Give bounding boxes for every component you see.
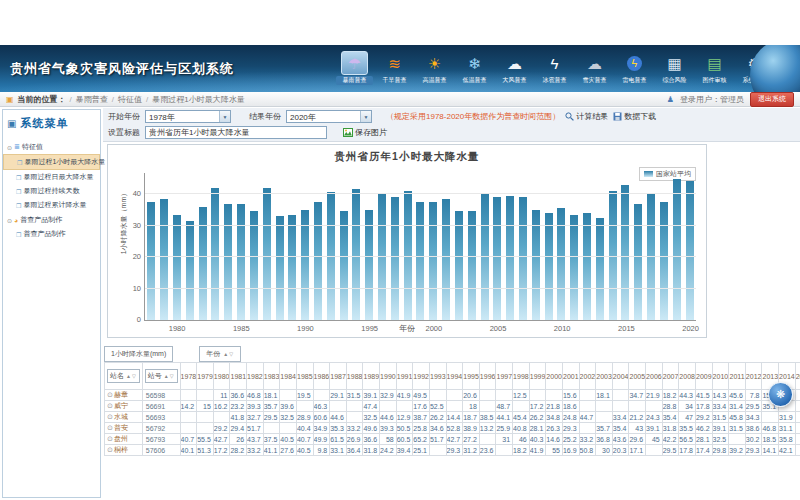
end-year-select[interactable]: 2020年 ▼ [286, 110, 372, 123]
breadcrumb-item-3[interactable]: 暴雨过程1小时最大降水量 [152, 94, 244, 105]
pie-icon: ◕ [14, 217, 18, 224]
year-column-header[interactable]: 2000 [546, 363, 563, 390]
station-radio[interactable]: ⊙ [107, 435, 113, 442]
station-radio[interactable]: ⊙ [107, 391, 113, 398]
year-column-header[interactable]: 1990 [380, 363, 397, 390]
wind-icon: ☁ [501, 51, 528, 75]
sort-arrows-icon[interactable]: ▲▽ [126, 373, 137, 379]
chevron-down-icon[interactable]: ▼ [219, 111, 230, 122]
value-cell: 40.7 [180, 434, 197, 445]
year-column-header[interactable]: 2004 [612, 363, 629, 390]
year-column-header[interactable]: 1983 [263, 363, 280, 390]
year-column-header[interactable]: 1995 [463, 363, 480, 390]
year-sort-control[interactable]: 年份 ▲▽ [199, 346, 241, 362]
year-column-header[interactable]: 2006 [646, 363, 663, 390]
file-icon: ❐ [16, 231, 21, 238]
calc-result-button[interactable]: 计算结果 [565, 111, 608, 122]
nav-composite-risk[interactable]: ▦综合风险 [656, 51, 693, 85]
year-column-header[interactable]: 1978 [180, 363, 197, 390]
value-cell: 33.2 [247, 445, 264, 456]
value-cell: 31 [496, 434, 513, 445]
logout-button[interactable]: 退出系统 [750, 92, 794, 107]
value-type-filter[interactable]: 1小时降水量(mm) [104, 346, 173, 362]
year-column-header[interactable]: 2007 [662, 363, 679, 390]
station-radio[interactable]: ⊙ [107, 402, 113, 409]
low-temp-icon: ❄ [461, 51, 488, 75]
year-column-header[interactable]: 2001 [562, 363, 579, 390]
expander-icon[interactable]: ⊙ [7, 144, 12, 151]
year-column-header[interactable]: 2012 [745, 363, 762, 390]
tree-item[interactable]: ❐暴雨过程1小时最大降水量 [3, 154, 100, 170]
year-column-header[interactable]: 1992 [413, 363, 430, 390]
sidebar-header: ▣ 系统菜单 [3, 110, 100, 139]
year-column-header[interactable]: 2010 [712, 363, 729, 390]
nav-snow-disaster-survey[interactable]: ☁雪灾普查 [576, 51, 613, 85]
bar-1978 [147, 202, 155, 320]
tree-group-2[interactable]: ⊙◕普查产品制作 [3, 212, 100, 227]
station-radio[interactable]: ⊙ [107, 424, 113, 431]
station-name-header[interactable]: 站名▲▽ [105, 363, 143, 390]
year-column-header[interactable]: 2008 [679, 363, 696, 390]
year-column-header[interactable]: 1979 [197, 363, 214, 390]
nav-map-review[interactable]: ▤图件审核 [696, 51, 733, 85]
tree-item[interactable]: ❐暴雨过程累计降水量 [3, 198, 100, 212]
value-cell: 46.3 [313, 401, 330, 412]
data-download-button[interactable]: 数据下载 [613, 111, 656, 122]
nav-rainstorm-survey[interactable]: ☂暴雨普查 [336, 51, 373, 85]
value-cell [795, 423, 800, 434]
year-column-header[interactable]: 2015 [795, 363, 800, 390]
nav-lightning-survey[interactable]: ϟ雷电普查 [616, 51, 653, 85]
bar-1987 [263, 188, 271, 320]
chevron-down-icon[interactable]: ▼ [360, 111, 371, 122]
tree-item[interactable]: ❐普查产品制作 [3, 227, 100, 241]
year-column-header[interactable]: 1980 [213, 363, 230, 390]
tree-item[interactable]: ❐暴雨过程持续天数 [3, 184, 100, 198]
tree-item[interactable]: ❐暴雨过程日最大降水量 [3, 170, 100, 184]
year-column-header[interactable]: 1987 [330, 363, 347, 390]
year-column-header[interactable]: 1981 [230, 363, 247, 390]
value-cell: 42.7 [446, 434, 463, 445]
nav-low-temp-survey[interactable]: ❄低温普查 [456, 51, 493, 85]
year-column-header[interactable]: 1993 [429, 363, 446, 390]
year-column-header[interactable]: 2005 [629, 363, 646, 390]
chart-title-input[interactable] [145, 126, 327, 139]
year-column-header[interactable]: 2009 [695, 363, 712, 390]
station-id-header[interactable]: 站号▲▽ [142, 363, 180, 390]
sort-arrows-icon[interactable]: ▲▽ [223, 351, 234, 357]
year-column-header[interactable]: 1991 [396, 363, 413, 390]
year-column-header[interactable]: 1986 [313, 363, 330, 390]
year-column-header[interactable]: 2011 [729, 363, 746, 390]
nav-high-temp-survey[interactable]: ☀高温普查 [416, 51, 453, 85]
year-column-header[interactable]: 1994 [446, 363, 463, 390]
nav-hail-survey[interactable]: ϟ冰雹普查 [536, 51, 573, 85]
year-column-header[interactable]: 1984 [280, 363, 297, 390]
save-image-button[interactable]: 保存图片 [343, 127, 387, 138]
station-name-cell: ⊙桐梓 [105, 445, 143, 456]
year-column-header[interactable]: 2002 [579, 363, 596, 390]
set-title-label: 设置标题 [108, 127, 140, 138]
station-radio[interactable]: ⊙ [107, 413, 113, 420]
value-cell [795, 401, 800, 412]
breadcrumb-item-2[interactable]: 特征值 [118, 94, 142, 105]
value-cell: 33.2 [579, 434, 596, 445]
year-column-header[interactable]: 1989 [363, 363, 380, 390]
year-column-header[interactable]: 1988 [346, 363, 363, 390]
year-column-header[interactable]: 1998 [513, 363, 530, 390]
tree-group-1[interactable]: ⊙≣特征值 [3, 139, 100, 154]
station-radio[interactable]: ⊙ [107, 446, 113, 453]
station-id-header-sortbox[interactable]: 站号▲▽ [145, 369, 178, 383]
year-column-header[interactable]: 1996 [479, 363, 496, 390]
station-name-header-sortbox[interactable]: 站名▲▽ [107, 369, 140, 383]
nav-drought-survey[interactable]: ≋干旱普查 [376, 51, 413, 85]
breadcrumb-item-1[interactable]: 暴雨普查 [76, 94, 108, 105]
year-column-header[interactable]: 1997 [496, 363, 513, 390]
year-column-header[interactable]: 2003 [596, 363, 613, 390]
expander-icon[interactable]: ⊙ [7, 217, 12, 224]
year-column-header[interactable]: 1982 [247, 363, 264, 390]
nav-wind-survey[interactable]: ☁大风普查 [496, 51, 533, 85]
floating-widget-button[interactable]: ❋ [768, 382, 793, 407]
year-column-header[interactable]: 1999 [529, 363, 546, 390]
year-column-header[interactable]: 1985 [296, 363, 313, 390]
start-year-select[interactable]: 1978年 ▼ [145, 110, 231, 123]
sort-arrows-icon[interactable]: ▲▽ [164, 373, 175, 379]
